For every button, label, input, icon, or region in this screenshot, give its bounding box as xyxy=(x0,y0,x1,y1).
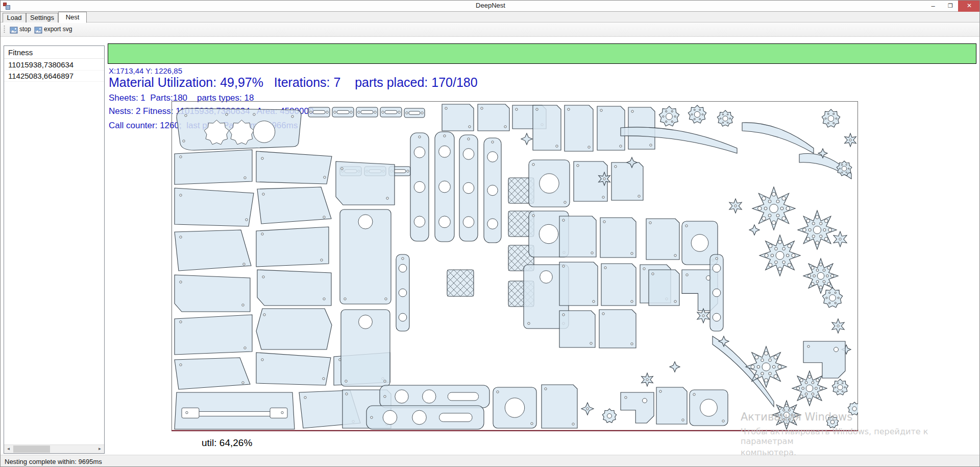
sheet-utilization-label: util: 64,26% xyxy=(202,437,252,449)
nest-result-canvas[interactable] xyxy=(172,101,858,431)
tab-strip: Load Settings Nest xyxy=(1,12,980,22)
tab-load[interactable]: Load xyxy=(3,13,26,22)
fitness-list-item[interactable]: 11015938,7380634 xyxy=(4,59,104,71)
fitness-column-header[interactable]: Fitness xyxy=(4,46,104,59)
window-title: DeepNest xyxy=(1,2,980,9)
toolbar: stop export svg xyxy=(1,22,980,37)
scrollbar-thumb[interactable] xyxy=(13,446,50,453)
fitness-panel: Fitness 11015938,7380634 11425083,664689… xyxy=(4,45,105,454)
scroll-left-arrow-icon[interactable]: ◄ xyxy=(4,445,13,453)
material-utilization-headline: Material Utilization: 49,97% Iterations:… xyxy=(109,75,478,90)
stop-button[interactable]: stop xyxy=(8,24,34,35)
restore-button[interactable]: ❐ xyxy=(942,1,959,12)
title-bar: DeepNest – ❐ ✕ xyxy=(1,1,980,12)
stop-button-label: stop xyxy=(19,26,31,33)
minimize-button[interactable]: – xyxy=(924,1,942,12)
close-button[interactable]: ✕ xyxy=(958,1,980,12)
image-icon xyxy=(10,26,18,34)
export-svg-button[interactable]: export svg xyxy=(32,24,75,35)
export-svg-button-label: export svg xyxy=(44,26,72,33)
tab-nest[interactable]: Nest xyxy=(58,12,87,23)
deepnest-window: DeepNest – ❐ ✕ Load Settings Nest stop xyxy=(0,0,980,467)
horizontal-scrollbar[interactable]: ◄ ► xyxy=(4,445,104,453)
scroll-right-arrow-icon[interactable]: ► xyxy=(95,445,104,453)
nesting-progress-bar xyxy=(108,43,976,64)
status-bar: Nesting complete within: 9695ms xyxy=(1,455,980,467)
status-message: Nesting complete within: 9695ms xyxy=(5,458,102,465)
tab-settings[interactable]: Settings xyxy=(26,13,58,22)
fitness-list-item[interactable]: 11425083,6646897 xyxy=(4,71,104,82)
toolbar-grip[interactable] xyxy=(4,25,5,34)
cursor-coordinates: X:1713,44 Y: 1226,85 xyxy=(109,66,182,75)
image-icon xyxy=(34,26,42,34)
